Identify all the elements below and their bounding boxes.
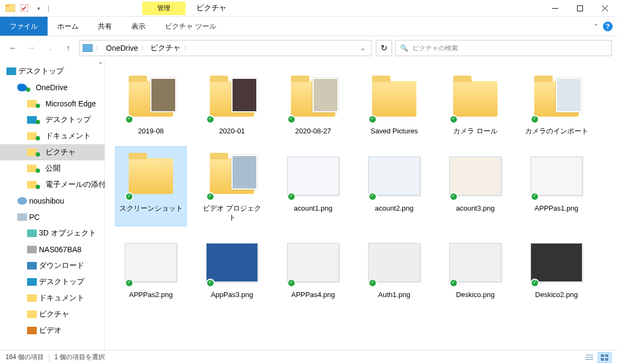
main-area: ⌃ デスクトップ OneDrive Microsoft Edge デスクトップ …: [0, 60, 617, 350]
forward-button[interactable]: →: [24, 41, 39, 56]
folder-item[interactable]: カメラのインポート: [521, 70, 592, 139]
tab-picture-tools[interactable]: ピクチャ ツール: [155, 17, 226, 36]
tree-onedrive[interactable]: OneDrive: [0, 79, 104, 96]
minimize-button[interactable]: [542, 0, 567, 17]
file-item[interactable]: APPPas4.png: [278, 233, 348, 303]
folder-item[interactable]: Saved Pictures: [359, 70, 429, 139]
tree-email[interactable]: 電子メールの添付ファイル: [0, 177, 104, 193]
search-input[interactable]: 🔍 ピクチャの検索: [395, 40, 612, 56]
navigation-pane[interactable]: ⌃ デスクトップ OneDrive Microsoft Edge デスクトップ …: [0, 60, 105, 350]
file-item[interactable]: AppPas3.png: [197, 233, 267, 303]
status-bar: 164 個の項目 | 1 個の項目を選択: [0, 350, 617, 364]
tree-label: デスクトップ: [39, 277, 84, 287]
tree-pictures[interactable]: ピクチャ: [0, 144, 104, 160]
tab-share[interactable]: 共有: [88, 17, 122, 36]
folder-item[interactable]: 2020-01: [197, 70, 267, 139]
thumbnail: [206, 150, 258, 202]
tree-label: ドキュメント: [45, 131, 91, 141]
sync-status-icon: [368, 192, 377, 201]
tree-user[interactable]: noushibou: [0, 193, 104, 209]
file-item[interactable]: acount3.png: [440, 147, 510, 226]
tree-documents2[interactable]: ドキュメント: [0, 290, 104, 306]
qat-dropdown-icon[interactable]: ▾: [32, 2, 44, 14]
tree-desktop2[interactable]: デスクトップ: [0, 112, 104, 128]
folder-item[interactable]: カメラ ロール: [440, 70, 510, 139]
folder-item[interactable]: スクリーンショット: [116, 147, 186, 226]
item-label: ビデオ プロジェクト: [200, 204, 264, 223]
breadcrumb-bar[interactable]: 〉 OneDrive 〉 ピクチャ 〉 ⌄: [79, 40, 371, 56]
tree-public[interactable]: 公開: [0, 160, 104, 177]
folder-item[interactable]: ビデオ プロジェクト: [197, 147, 267, 226]
ribbon-collapse-icon[interactable]: ⌃: [593, 23, 599, 30]
tree-downloads[interactable]: ダウンロード: [0, 258, 104, 274]
tree-3d[interactable]: 3D オブジェクト: [0, 225, 104, 241]
file-item[interactable]: acount2.png: [359, 147, 429, 226]
properties-icon[interactable]: [18, 2, 30, 14]
tree-desktop3[interactable]: デスクトップ: [0, 274, 104, 290]
quick-access-toolbar: ▾ |: [0, 2, 50, 14]
svg-rect-7: [586, 359, 593, 360]
item-label: APPPas2.png: [129, 291, 173, 300]
folder-item[interactable]: 2019-08: [116, 70, 186, 139]
file-item[interactable]: APPPas1.png: [521, 147, 592, 226]
recent-locations-button[interactable]: ⌄: [42, 41, 57, 56]
window-controls: [542, 0, 617, 17]
svg-rect-1: [5, 4, 10, 6]
content-pane[interactable]: 2019-082020-012020-08-27Saved Picturesカメ…: [105, 60, 617, 350]
details-view-button[interactable]: [582, 352, 596, 363]
tab-home[interactable]: ホーム: [48, 17, 88, 36]
tree-pc[interactable]: PC: [0, 209, 104, 225]
thumbnail: [125, 150, 177, 202]
tree-label: OneDrive: [36, 83, 68, 92]
item-label: Auth1.png: [378, 291, 410, 300]
item-label: acount2.png: [375, 204, 414, 213]
status-count: 164 個の項目: [5, 353, 44, 362]
svg-rect-10: [601, 358, 604, 361]
breadcrumb-onedrive[interactable]: OneDrive: [105, 43, 139, 53]
back-button[interactable]: ←: [5, 41, 21, 56]
folder-item[interactable]: 2020-08-27: [278, 70, 348, 139]
explorer-icon: [4, 2, 16, 14]
help-icon[interactable]: ?: [603, 22, 613, 31]
file-item[interactable]: Auth1.png: [359, 233, 429, 303]
thumbnails-view-button[interactable]: [598, 352, 612, 363]
item-label: acount1.png: [294, 204, 333, 213]
tree-msedge[interactable]: Microsoft Edge: [0, 96, 104, 112]
svg-rect-6: [586, 357, 593, 358]
tab-view[interactable]: 表示: [122, 17, 155, 36]
tree-desktop[interactable]: デスクトップ: [0, 63, 104, 79]
breadcrumb-pictures[interactable]: ピクチャ: [149, 42, 182, 54]
item-label: 2020-01: [219, 127, 245, 136]
chevron-right-icon[interactable]: 〉: [141, 44, 147, 52]
status-selection: 1 個の項目を選択: [54, 353, 105, 362]
scroll-up-icon[interactable]: ⌃: [98, 61, 103, 69]
thumbnail: [206, 73, 258, 125]
up-button[interactable]: ↑: [61, 41, 76, 56]
tree-pictures2[interactable]: ピクチャ: [0, 306, 104, 322]
chevron-right-icon[interactable]: 〉: [96, 44, 102, 52]
maximize-button[interactable]: [567, 0, 592, 17]
refresh-button[interactable]: ↻: [376, 40, 392, 56]
file-item[interactable]: APPPas2.png: [116, 233, 186, 303]
file-item[interactable]: acount1.png: [278, 147, 348, 226]
tree-documents[interactable]: ドキュメント: [0, 128, 104, 144]
file-item[interactable]: Deskico2.png: [521, 233, 592, 303]
svg-rect-11: [605, 358, 608, 361]
sync-status-icon: [125, 279, 134, 287]
sync-status-icon: [287, 192, 296, 201]
tab-file[interactable]: ファイル: [0, 17, 48, 36]
tree-video[interactable]: ビデオ: [0, 322, 104, 339]
search-placeholder: ピクチャの検索: [413, 44, 458, 53]
file-item[interactable]: Deskico.png: [440, 233, 510, 303]
item-label: スクリーンショット: [120, 204, 183, 213]
address-dropdown-icon[interactable]: ⌄: [358, 44, 368, 52]
tree-label: デスクトップ: [45, 115, 91, 125]
tree-label: 電子メールの添付ファイル: [45, 180, 104, 190]
tree-nas[interactable]: NAS067BA8: [0, 241, 104, 258]
close-button[interactable]: [592, 0, 617, 17]
tree-label: ドキュメント: [39, 293, 84, 303]
chevron-right-icon[interactable]: 〉: [184, 44, 190, 52]
ribbon-tabs: ファイル ホーム 共有 表示 ピクチャ ツール ⌃ ?: [0, 17, 617, 36]
item-label: カメラのインポート: [525, 127, 588, 136]
thumbnail: [530, 73, 582, 125]
